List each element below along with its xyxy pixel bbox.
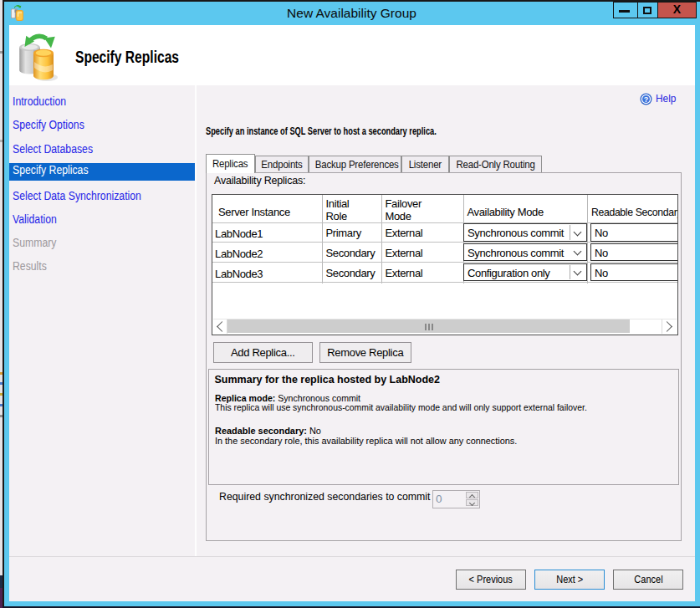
svg-text:?: ? <box>644 95 649 103</box>
